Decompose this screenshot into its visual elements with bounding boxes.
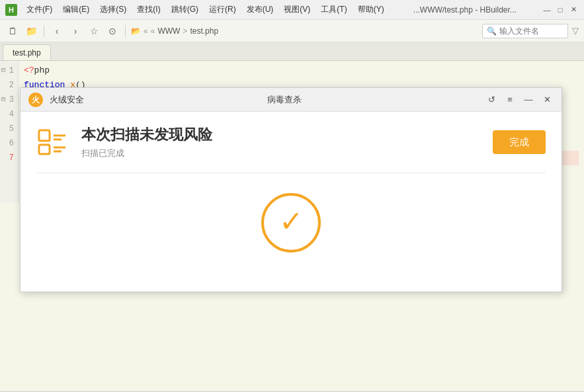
complete-button[interactable]: 完成 [493, 130, 546, 154]
tab-bar: test.php [0, 42, 584, 61]
open-file-button[interactable]: 📁 [24, 24, 38, 38]
scan-result-text: 本次扫描未发现风险 扫描已完成 [81, 125, 480, 159]
tab-test-php[interactable]: test.php [3, 44, 51, 60]
huorong-logo: 火 [28, 93, 43, 107]
search-box[interactable]: 🔍 [482, 24, 568, 38]
dialog-window-controls: ↺ ≡ — ✕ [485, 93, 554, 106]
dialog-result-row: 本次扫描未发现风险 扫描已完成 完成 [36, 125, 546, 159]
tab-label: test.php [13, 48, 41, 58]
dialog-check-area: ✓ [36, 180, 546, 266]
breadcrumb: 📂 « « WWW > test.php [131, 26, 478, 36]
app-logo: H [5, 4, 17, 16]
breadcrumb-file[interactable]: test.php [190, 26, 218, 36]
line-num-4: 4 [0, 107, 18, 122]
dialog-menu-button[interactable]: ≡ [503, 93, 517, 106]
line-numbers: 1 2 3 4 5 6 7 [0, 61, 19, 203]
menu-edit[interactable]: 编辑(E) [59, 3, 93, 17]
new-file-button[interactable]: 🗒 [5, 24, 20, 38]
check-mark-icon: ✓ [279, 207, 304, 236]
token-tag-open: <? [24, 63, 34, 78]
menu-view[interactable]: 视图(V) [280, 3, 314, 17]
antivirus-dialog: 火 火绒安全 病毒查杀 ↺ ≡ — ✕ [20, 87, 562, 292]
menu-publish[interactable]: 发布(U) [243, 3, 278, 17]
breadcrumb-sep-2: « [151, 26, 155, 36]
svg-rect-5 [39, 145, 50, 154]
menu-help[interactable]: 帮助(Y) [354, 3, 388, 17]
svg-rect-2 [39, 130, 50, 141]
search-icon: 🔍 [487, 26, 497, 36]
scan-result-title: 本次扫描未发现风险 [81, 125, 480, 145]
window-controls: — □ ✕ [542, 5, 579, 15]
dialog-app-name: 火绒安全 [50, 94, 84, 106]
filter-icon[interactable]: ▽ [572, 26, 579, 36]
code-line-1: <?php [24, 63, 579, 78]
menu-file[interactable]: 文件(F) [22, 3, 56, 17]
token-php: php [34, 63, 50, 78]
dialog-body: 本次扫描未发现风险 扫描已完成 完成 ✓ [21, 112, 562, 279]
toolbar-separator-2 [125, 25, 126, 37]
minimize-button[interactable]: — [542, 5, 552, 15]
toolbar-separator [44, 25, 44, 37]
breadcrumb-sep-1: « [144, 26, 148, 36]
line-num-3: 3 [0, 93, 18, 107]
menu-goto[interactable]: 跳转(G) [167, 3, 202, 17]
dialog-title: 病毒查杀 [91, 94, 478, 106]
svg-text:火: 火 [31, 95, 40, 104]
line-num-7: 7 [0, 151, 18, 165]
menu-bar: 文件(F) 编辑(E) 选择(S) 查找(I) 跳转(G) 运行(R) 发布(U… [22, 3, 388, 17]
menu-search[interactable]: 查找(I) [133, 3, 164, 17]
dialog-titlebar: 火 火绒安全 病毒查杀 ↺ ≡ — ✕ [21, 88, 562, 112]
search-input[interactable] [499, 26, 565, 36]
forward-button[interactable]: › [68, 24, 83, 38]
check-circle: ✓ [261, 193, 321, 253]
window-title: ...WWW/test.php - HBuilder... [394, 5, 536, 15]
dialog-divider [36, 173, 546, 173]
title-bar: H 文件(F) 编辑(E) 选择(S) 查找(I) 跳转(G) 运行(R) 发布… [0, 0, 584, 20]
menu-tools[interactable]: 工具(T) [317, 3, 351, 17]
toolbar: 🗒 📁 ‹ › ☆ ⊙ 📂 « « WWW > test.php 🔍 ▽ [0, 20, 584, 42]
maximize-button[interactable]: □ [555, 5, 565, 15]
dialog-close-button[interactable]: ✕ [540, 93, 554, 106]
scan-result-subtitle: 扫描已完成 [81, 147, 480, 159]
menu-select[interactable]: 选择(S) [96, 3, 130, 17]
breadcrumb-folder-icon[interactable]: 📂 [131, 26, 141, 36]
dialog-min-button[interactable]: — [522, 93, 535, 106]
close-button[interactable]: ✕ [568, 5, 579, 15]
line-num-1: 1 [0, 63, 18, 78]
favorite-button[interactable]: ☆ [87, 24, 101, 38]
line-num-2: 2 [0, 78, 18, 93]
history-button[interactable]: ⊙ [105, 24, 120, 38]
breadcrumb-arrow: > [183, 26, 187, 36]
line-num-6: 6 [0, 136, 18, 151]
scan-result-icon [36, 126, 68, 158]
dialog-back-button[interactable]: ↺ [485, 93, 498, 106]
line-num-5: 5 [0, 122, 18, 136]
breadcrumb-www[interactable]: WWW [157, 26, 180, 36]
menu-run[interactable]: 运行(R) [205, 3, 240, 17]
back-button[interactable]: ‹ [50, 24, 64, 38]
